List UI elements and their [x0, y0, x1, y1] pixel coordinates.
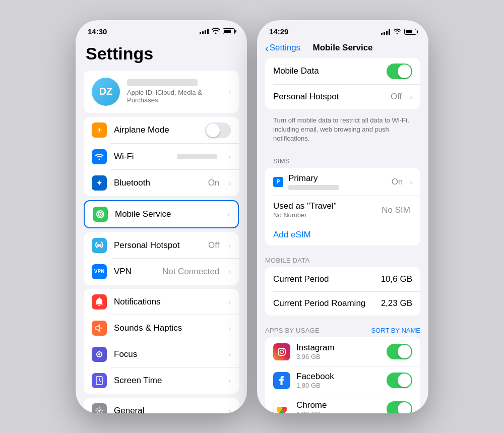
signal-bars-left	[200, 28, 209, 34]
profile-chevron-icon: ›	[228, 88, 231, 96]
sims-header: SIMs	[257, 150, 428, 168]
settings-row-vpn[interactable]: VPN VPN Not Connected ›	[84, 259, 239, 285]
screen-time-chevron-icon: ›	[228, 377, 231, 385]
personal-hotspot-chevron-icon: ›	[410, 93, 412, 101]
settings-group-general: General › Control Centre ›	[84, 398, 239, 413]
profile-card[interactable]: DZ Apple ID, iCloud, Media & Purchases ›	[84, 71, 239, 113]
vpn-label: VPN	[114, 267, 155, 277]
travel-sim-sub: No Number	[273, 211, 382, 219]
settings-row-mobile-service[interactable]: Mobile Service ›	[85, 201, 238, 227]
mobile-data-toggle[interactable]	[387, 64, 412, 79]
wifi-label: Wi-Fi	[114, 152, 170, 162]
facebook-info: Facebook 1,80 GB	[296, 372, 381, 389]
detail-content[interactable]: Mobile Data Personal Hotspot Off › Turn …	[257, 58, 428, 413]
settings-group-connectivity: ✈ Airplane Mode Wi-Fi ›	[84, 117, 239, 196]
airplane-label: Airplane Mode	[114, 125, 198, 135]
notifications-chevron-icon: ›	[228, 298, 231, 306]
facebook-icon	[273, 372, 290, 389]
battery-icon-right	[404, 29, 416, 35]
notifications-icon	[92, 294, 107, 310]
wifi-settings-icon	[92, 149, 107, 164]
settings-row-wifi[interactable]: Wi-Fi ›	[84, 144, 239, 170]
signal-bars-right	[381, 29, 390, 35]
current-period-row: Current Period 10,6 GB	[265, 267, 420, 291]
sounds-chevron-icon: ›	[228, 324, 231, 332]
facebook-size: 1,80 GB	[296, 382, 381, 389]
mobile-service-wrapper[interactable]: Mobile Service ›	[84, 200, 239, 228]
personal-hotspot-row[interactable]: Personal Hotspot Off ›	[265, 85, 420, 109]
facebook-toggle[interactable]	[387, 373, 412, 388]
vpn-value: Not Connected	[162, 267, 219, 277]
mobile-data-header-label: MOBILE DATA	[265, 257, 309, 264]
instagram-size: 3,96 GB	[296, 353, 381, 360]
chrome-toggle[interactable]	[387, 401, 412, 413]
mobile-data-label: Mobile Data	[273, 66, 381, 76]
status-bar-right: 14:29	[257, 20, 428, 40]
primary-sim-value: On	[392, 177, 403, 187]
settings-row-airplane[interactable]: ✈ Airplane Mode	[84, 117, 239, 144]
battery-icon-left	[223, 28, 235, 34]
wifi-icon-left	[212, 28, 220, 35]
travel-sim-value: No SIM	[382, 205, 410, 215]
instagram-icon	[273, 343, 290, 360]
vpn-chevron-icon: ›	[228, 268, 231, 276]
app-row-facebook[interactable]: Facebook 1,80 GB	[265, 366, 420, 395]
add-esim-button[interactable]: Add eSIM	[265, 224, 420, 245]
instagram-info: Instagram 3,96 GB	[296, 343, 381, 360]
chrome-size: 1,29 GB	[296, 410, 381, 413]
focus-label: Focus	[114, 349, 221, 359]
status-icons-right	[381, 27, 416, 36]
travel-sim-label: Used as "Travel"	[273, 201, 382, 211]
back-chevron-icon: ‹	[265, 42, 269, 54]
svg-point-2	[100, 213, 101, 215]
settings-content[interactable]: DZ Apple ID, iCloud, Media & Purchases ›…	[76, 71, 247, 413]
page-title: Mobile Service	[302, 43, 383, 53]
mobile-service-chevron-icon: ›	[227, 210, 230, 218]
apps-list: Instagram 3,96 GB Facebook 1,80 GB	[265, 337, 420, 413]
profile-name-blur	[127, 79, 198, 86]
travel-sim-row[interactable]: Used as "Travel" No Number No SIM	[265, 196, 420, 224]
settings-row-sounds[interactable]: Sounds & Haptics ›	[84, 315, 239, 341]
back-button[interactable]: ‹ Settings	[265, 42, 300, 54]
phones-container: 14:30 Settings DZ	[76, 20, 428, 413]
bluetooth-icon: ✦	[92, 175, 107, 191]
mobile-data-footer: Turn off mobile data to restrict all dat…	[257, 113, 428, 151]
settings-row-focus[interactable]: Focus ›	[84, 341, 239, 367]
app-row-chrome[interactable]: Chrome 1,29 GB	[265, 395, 420, 413]
chrome-info: Chrome 1,29 GB	[296, 400, 381, 413]
airplane-toggle[interactable]	[205, 122, 231, 138]
chrome-name: Chrome	[296, 400, 381, 410]
settings-row-screen-time[interactable]: Screen Time ›	[84, 367, 239, 394]
vpn-icon: VPN	[92, 264, 107, 279]
travel-text: Used as "Travel" No Number	[273, 201, 382, 219]
general-chevron-icon: ›	[228, 407, 231, 413]
wifi-chevron-icon: ›	[228, 153, 231, 161]
nav-bar: ‹ Settings Mobile Service	[257, 40, 428, 58]
svg-point-5	[98, 410, 100, 412]
facebook-name: Facebook	[296, 372, 381, 382]
svg-point-12	[283, 349, 284, 350]
settings-row-bluetooth[interactable]: ✦ Bluetooth On ›	[84, 170, 239, 196]
chrome-icon	[273, 401, 290, 413]
settings-row-hotspot[interactable]: Personal Hotspot Off ›	[84, 232, 239, 259]
hotspot-icon	[92, 238, 107, 253]
app-row-instagram[interactable]: Instagram 3,96 GB	[265, 337, 420, 366]
wifi-icon-right	[393, 27, 401, 36]
profile-sub: Apple ID, iCloud, Media & Purchases	[127, 89, 221, 104]
settings-row-notifications[interactable]: Notifications ›	[84, 289, 239, 315]
settings-row-general[interactable]: General ›	[84, 398, 239, 413]
mobile-data-row[interactable]: Mobile Data	[265, 58, 420, 85]
screen-time-icon	[92, 373, 107, 388]
hotspot-chevron-icon: ›	[228, 241, 231, 250]
general-label: General	[114, 406, 221, 413]
settings-group-system: Notifications › Sounds & Haptics ›	[84, 289, 239, 394]
sort-by-name-button[interactable]: SORT BY NAME	[371, 327, 420, 334]
current-period-roaming-row: Current Period Roaming 2,23 GB	[265, 291, 420, 316]
left-phone: 14:30 Settings DZ	[76, 20, 247, 413]
svg-point-11	[280, 350, 284, 353]
instagram-toggle[interactable]	[387, 344, 412, 359]
screen-time-label: Screen Time	[114, 376, 221, 386]
bluetooth-chevron-icon: ›	[228, 179, 231, 187]
primary-sim-row[interactable]: P Primary On ›	[265, 168, 420, 196]
top-section: Mobile Data Personal Hotspot Off ›	[265, 58, 420, 109]
